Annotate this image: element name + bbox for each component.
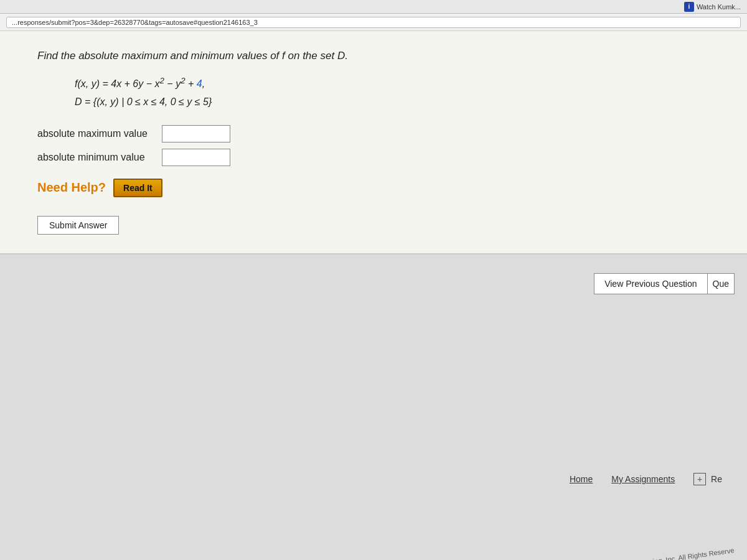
my-assignments-link[interactable]: My Assignments [611, 474, 675, 484]
add-icon[interactable]: + [693, 473, 706, 485]
max-input[interactable] [162, 125, 230, 142]
footer-links: Home My Assignments + Re [570, 473, 722, 485]
min-input[interactable] [162, 149, 230, 166]
read-it-button[interactable]: Read It [113, 179, 162, 197]
re-label: Re [711, 474, 722, 484]
navigation-row: View Previous Question Que [594, 273, 735, 294]
need-help-label: Need Help? [37, 180, 106, 195]
browser-icon: i [684, 2, 694, 12]
url-bar: ...responses/submit?pos=3&dep=26328770&t… [0, 14, 747, 31]
need-help-row: Need Help? Read It [37, 179, 710, 197]
watch-label: Watch Kumk... [697, 3, 741, 11]
question-intro: Find the absolute maximum and minimum va… [37, 50, 710, 62]
min-label: absolute minimum value [37, 152, 162, 163]
submit-answer-button[interactable]: Submit Answer [37, 216, 119, 235]
url-text: ...responses/submit?pos=3&dep=26328770&t… [6, 17, 741, 28]
add-icon-container: + Re [693, 473, 722, 485]
max-label: absolute maximum value [37, 128, 162, 139]
main-content: Find the absolute maximum and minimum va… [0, 31, 747, 560]
function-text: f(x, y) = 4x + 6y − x2 − y2 + 4, [75, 78, 205, 89]
domain-text: D = {(x, y) | 0 ≤ x ≤ 4, 0 ≤ y ≤ 5} [75, 96, 212, 107]
view-previous-question-button[interactable]: View Previous Question [594, 273, 707, 294]
min-answer-row: absolute minimum value [37, 149, 710, 166]
que-label: Que [708, 273, 735, 294]
math-block: f(x, y) = 4x + 6y − x2 − y2 + 4, D = {(x… [75, 73, 710, 111]
top-bar: i Watch Kumk... [0, 0, 747, 14]
highlight-4: 4 [197, 78, 202, 89]
lower-panel: View Previous Question Que Home My Assig… [0, 254, 747, 560]
submit-section: Submit Answer [37, 216, 710, 235]
copyright-text: © 2021 Cengage Learning, Inc. All Rights… [582, 546, 735, 560]
question-panel: Find the absolute maximum and minimum va… [0, 31, 747, 254]
max-answer-row: absolute maximum value [37, 125, 710, 142]
function-line1: f(x, y) = 4x + 6y − x2 − y2 + 4, [75, 73, 710, 93]
function-line2: D = {(x, y) | 0 ≤ x ≤ 4, 0 ≤ y ≤ 5} [75, 93, 710, 111]
home-link[interactable]: Home [570, 474, 593, 484]
